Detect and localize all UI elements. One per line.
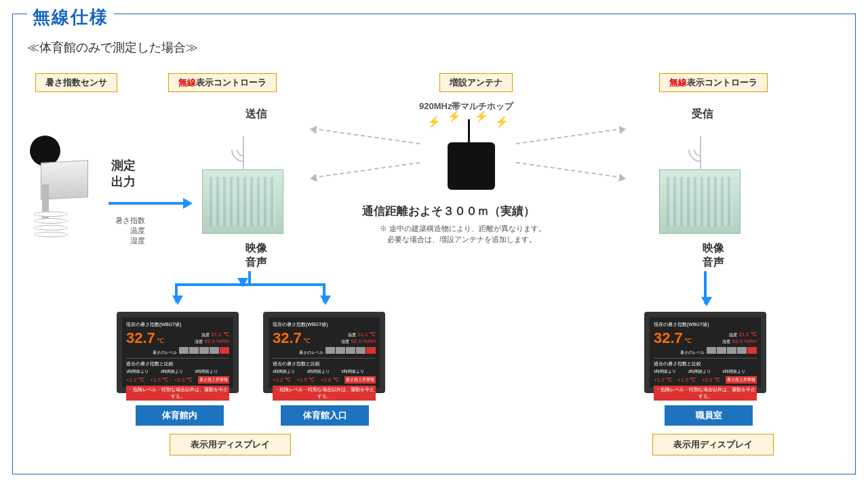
section-subtitle: ≪体育館のみで測定した場合≫ bbox=[27, 39, 198, 56]
label-display-left: 表示用ディスプレイ bbox=[170, 434, 291, 455]
label-controller-tx: 無線表示コントローラ bbox=[168, 73, 277, 92]
antenna-device-icon bbox=[448, 142, 495, 190]
label-sensor: 暑さ指数センサ bbox=[35, 73, 117, 92]
antenna-freq: 920MHz帯マルチホップ bbox=[419, 100, 513, 113]
display-gym-inside: 現在の暑さ指数(WBGT値) 32.7 ℃ 温度 31.1 ℃湿度 92.0 %… bbox=[117, 312, 239, 393]
wireless-prefix: 無線 bbox=[178, 77, 196, 87]
section-title: 無線仕様 bbox=[27, 5, 114, 29]
arrow-to-display2 bbox=[323, 283, 326, 302]
controller-rx-icon bbox=[659, 169, 741, 234]
rx-label: 受信 bbox=[692, 107, 713, 121]
label-antenna: 増設アンテナ bbox=[439, 73, 513, 92]
arrow-to-display3 bbox=[704, 271, 707, 304]
loc-staff-room: 職員室 bbox=[665, 405, 753, 426]
measure-label: 測定 出力 bbox=[111, 157, 136, 190]
arrow-measure bbox=[108, 202, 190, 205]
distance-note2: 必要な場合は、増設アンテナを追加します。 bbox=[380, 235, 536, 245]
av-label-rx: 映像 音声 bbox=[703, 241, 724, 270]
loc-gym-entrance: 体育館入口 bbox=[281, 405, 369, 426]
wireless-prefix: 無線 bbox=[669, 77, 687, 87]
distance-note1: ※ 途中の建築構造物により、距離が異なります。 bbox=[380, 224, 546, 234]
av-label-tx: 映像 音声 bbox=[245, 241, 267, 270]
display-staff-room: 現在の暑さ指数(WBGT値) 32.7 ℃ 温度 31.1 ℃湿度 92.0 %… bbox=[644, 312, 766, 393]
metrics-label: 暑さ指数 温度 湿度 bbox=[115, 216, 145, 246]
distance-heading: 通信距離およそ３００ｍ（実績） bbox=[362, 203, 535, 219]
arrow-to-display1 bbox=[175, 283, 178, 302]
sensor-device-icon bbox=[23, 136, 104, 244]
tx-label: 送信 bbox=[245, 107, 267, 121]
controller-tx-icon bbox=[202, 169, 283, 234]
display-gym-entrance: 現在の暑さ指数(WBGT値) 32.7 ℃ 温度 31.1 ℃湿度 92.0 %… bbox=[263, 312, 385, 393]
label-controller-rx: 無線表示コントローラ bbox=[659, 73, 768, 92]
loc-gym-inside: 体育館内 bbox=[136, 405, 224, 426]
label-display-right: 表示用ディスプレイ bbox=[652, 434, 774, 455]
